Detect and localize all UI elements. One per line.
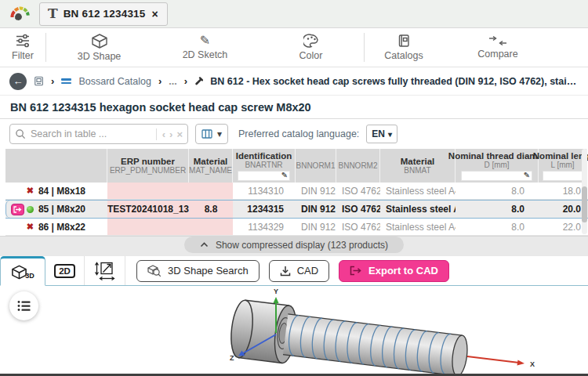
chevron-up-icon — [200, 242, 209, 248]
table-search: ‹ › × — [9, 124, 188, 144]
breadcrumb-chevron: › — [158, 75, 162, 87]
screw-3d-model: Y Z X — [0, 286, 588, 374]
header-erp-number[interactable]: ERP number ERP_PDM_NUMBER — [107, 149, 189, 183]
column-filter-input[interactable]: ✎ — [238, 171, 290, 181]
download-icon — [280, 266, 291, 277]
table-body: ✖ 84 | M8x18 1134310 DIN 912 ISO 4762 St… — [0, 183, 588, 236]
tab-dimensions[interactable] — [85, 256, 125, 285]
compare-icon — [488, 35, 507, 46]
cell-norm2: ISO 4762 — [336, 201, 380, 218]
window-tab-bar: T BN 612 1234315 × — [0, 0, 588, 28]
performance-gauge-icon[interactable] — [0, 5, 39, 23]
book-icon — [397, 34, 411, 48]
breadcrumb-ellipsis[interactable]: ... — [169, 76, 176, 87]
search-prev-icon[interactable]: ‹ — [162, 128, 165, 140]
table-controls: ‹ › × ▾ Preferred catalog language: EN ▾ — [0, 119, 588, 149]
viewport-menu-button[interactable] — [9, 291, 38, 320]
cell-erp — [107, 219, 189, 235]
document-tab-title: BN 612 1234315 — [64, 8, 146, 20]
table-scrollbar[interactable] — [582, 149, 587, 234]
filter-button[interactable]: Filter — [0, 28, 45, 67]
column-filter-input[interactable]: ✎ — [461, 171, 532, 181]
language-label: Preferred catalog language: — [238, 128, 359, 139]
scrollbar-thumb[interactable] — [582, 186, 587, 222]
compress-toggle[interactable]: Show compressed display (123 products) — [184, 237, 404, 253]
header-nominal-length[interactable]: Nominal leng. L [mm] — [539, 149, 587, 183]
language-dropdown[interactable]: EN ▾ — [366, 125, 397, 143]
compress-bar: Show compressed display (123 products) — [0, 236, 588, 256]
table-row-selected[interactable]: 85 | M8x20 TEST20241018_13 8.8 1234315 D… — [5, 200, 588, 219]
pencil-icon: ✎ — [281, 172, 288, 179]
3d-shape-label: 3D Shape — [78, 51, 122, 62]
header-material-name[interactable]: Material MAT_NAME — [189, 149, 233, 183]
catalogs-button[interactable]: Catalogs — [365, 28, 443, 67]
header-row-label[interactable] — [5, 149, 107, 183]
cell-material-name: 8.8 — [189, 201, 233, 218]
compress-label: Show compressed display (123 products) — [216, 240, 388, 251]
tab-3d[interactable]: 3D — [0, 256, 45, 286]
2d-sketch-button[interactable]: ✎ 2D Sketch — [152, 28, 258, 67]
column-chooser-button[interactable]: ▾ — [195, 124, 228, 144]
bossard-logo-icon — [61, 78, 71, 84]
cad-label: CAD — [297, 265, 318, 277]
language-value: EN — [372, 128, 385, 139]
cell-length: 22.0 — [539, 219, 587, 235]
compare-button[interactable]: Compare — [443, 28, 553, 67]
cell-length: 20.0 — [539, 201, 587, 218]
unavailable-icon: ✖ — [27, 186, 34, 196]
cad-button[interactable]: CAD — [269, 260, 329, 282]
header-bnnorm2[interactable]: BNNORM2 — [336, 149, 380, 183]
breadcrumb-catalog-link[interactable]: Bossard Catalog — [78, 76, 151, 87]
cell-norm1: DIN 912 — [296, 183, 336, 199]
cube-icon — [91, 34, 108, 49]
header-bnnorm1[interactable]: BNNORM1 — [296, 149, 336, 183]
row-label: 85 | M8x20 — [38, 204, 85, 215]
back-button[interactable]: ← — [9, 73, 27, 90]
header-identification[interactable]: Identification BNARTNR ✎ — [233, 149, 296, 183]
axis-z-label: Z — [230, 354, 234, 362]
table-row[interactable]: ✖ 86 | M8x22 1134329 DIN 912 ISO 4762 St… — [5, 219, 588, 236]
search-next-icon[interactable]: › — [169, 128, 172, 140]
search-clear-icon[interactable]: × — [176, 128, 183, 140]
close-icon[interactable]: × — [151, 8, 159, 20]
3d-viewport[interactable]: Y Z X — [0, 286, 588, 374]
cell-diameter: 8.0 — [456, 219, 539, 235]
cell-norm1: DIN 912 — [296, 201, 336, 218]
catalog-page-icon[interactable] — [34, 75, 44, 87]
document-tab[interactable]: T BN 612 1234315 × — [39, 2, 168, 26]
viewer-buttons: 3D Shape Search CAD Export to CAD — [125, 256, 449, 285]
filter-label: Filter — [12, 50, 34, 61]
columns-icon — [201, 129, 212, 139]
axis-y-label: Y — [274, 287, 278, 295]
column-filter-input[interactable] — [543, 171, 583, 181]
main-toolbar: Filter 3D Shape ✎ 2D Sketch Color — [0, 28, 588, 67]
export-to-cad-label: Export to CAD — [368, 265, 438, 277]
3d-shape-search-button[interactable]: 3D Shape Search — [136, 260, 260, 282]
cell-identification: 1234315 — [233, 201, 296, 218]
breadcrumb: ← › Bossard Catalog › ... › BN 612 - Hex… — [0, 67, 588, 96]
table-row[interactable]: ✖ 84 | M8x18 1134310 DIN 912 ISO 4762 St… — [5, 183, 588, 200]
cell-erp — [107, 183, 189, 199]
row-label: 86 | M8x22 — [38, 222, 85, 233]
color-button[interactable]: Color — [258, 28, 364, 67]
cell-material: Stainless steel A4 — [380, 183, 456, 199]
search-input[interactable] — [31, 128, 151, 139]
search-nav: ‹ › × — [156, 128, 183, 140]
unavailable-icon: ✖ — [27, 222, 34, 232]
cell-norm2: ISO 4762 — [336, 219, 380, 235]
header-thread-diameter[interactable]: Nominal thread diam... D [mm] ✎ — [456, 149, 539, 183]
cell-material: Stainless steel A4 — [380, 201, 456, 218]
header-bnmat[interactable]: Material BNMAT — [380, 149, 456, 183]
export-badge-icon — [11, 204, 24, 215]
3d-shape-button[interactable]: 3D Shape — [46, 28, 152, 67]
cell-norm2: ISO 4762 — [336, 183, 380, 199]
color-label: Color — [299, 50, 323, 61]
catalogs-label: Catalogs — [384, 50, 423, 61]
viewer-tab-strip: 3D 2D 3D Shape Search — [0, 256, 588, 286]
tab-2d[interactable]: 2D — [45, 256, 85, 285]
cell-norm1: DIN 912 — [296, 219, 336, 235]
list-menu-icon — [17, 300, 31, 312]
export-to-cad-button[interactable]: Export to CAD — [339, 260, 449, 282]
breadcrumb-current: BN 612 - Hex socket head cap screws full… — [210, 76, 579, 87]
search-icon — [15, 128, 26, 139]
